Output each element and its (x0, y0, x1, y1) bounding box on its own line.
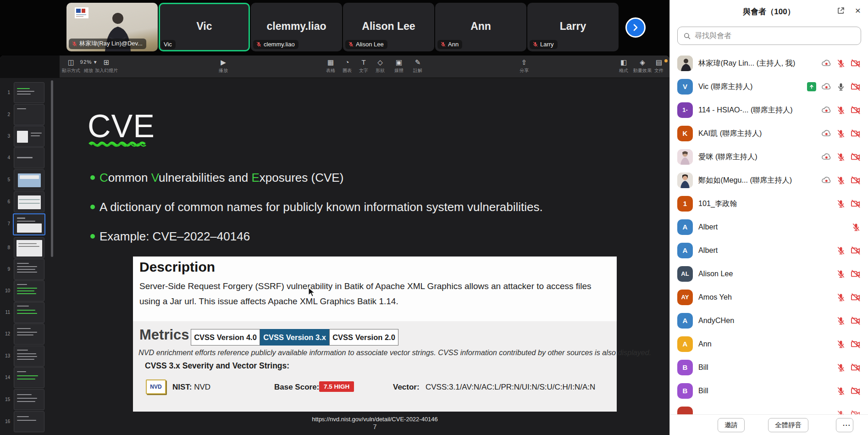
participant-row-bill-1[interactable]: B Bill (670, 356, 868, 379)
video-tile-larry[interactable]: Larry Larry (527, 3, 619, 51)
slide-thumbnail-3[interactable]: 3 (0, 126, 48, 149)
close-icon[interactable]: × (855, 5, 861, 16)
participant-search[interactable] (677, 27, 861, 45)
camera-off-icon (851, 106, 861, 115)
insert-shape-button[interactable]: ◇ 形狀 (376, 58, 385, 74)
format-button[interactable]: ◧ 格式 (619, 58, 628, 74)
slide-thumbnail-9[interactable]: 9 (0, 259, 48, 282)
insert-media-button[interactable]: ▣ 媒體 (394, 58, 404, 74)
participant-row-bill-2[interactable]: B Bill (670, 379, 868, 402)
notification-dot (664, 59, 668, 62)
camera-off-icon (851, 199, 861, 208)
mic-off-icon (836, 363, 846, 372)
shape-icon: ◇ (376, 58, 385, 66)
participant-name: Alison Lee (698, 269, 733, 278)
participant-row-megu[interactable]: 鄭如如(Megu... (聯席主持人) (670, 168, 868, 192)
add-slide-button[interactable]: ⊞ 加入幻燈片 (95, 58, 118, 74)
slide-thumbnail-2[interactable]: 2 (0, 104, 48, 127)
mic-off-icon (348, 41, 354, 47)
chart-icon: ◔ (343, 58, 352, 66)
camera-off-icon (851, 129, 861, 138)
participant-name: 鄭如如(Megu... (698, 176, 748, 184)
participant-row-ray[interactable]: 林家瑋(Ray Lin... (主持人, 我) (670, 51, 868, 75)
search-input[interactable] (695, 32, 855, 40)
participant-role: (聯席主持人) (720, 129, 762, 137)
participant-name: KAI凱 (698, 129, 718, 137)
participant-row-albert-2[interactable]: A Albert (670, 239, 868, 262)
video-tile-ann[interactable]: Ann Ann (435, 3, 526, 51)
slide-thumbnail-12[interactable]: 12 (0, 323, 48, 346)
avatar (677, 149, 693, 165)
insert-comment-button[interactable]: ✎ 註解 (413, 58, 422, 74)
slide-thumbnail-8[interactable]: 8 (0, 237, 48, 260)
insert-table-button[interactable]: ▦ 表格 (326, 58, 335, 74)
avatar: AL (677, 266, 693, 282)
mic-off-icon (256, 41, 262, 47)
slide-thumbnail-7-selected[interactable]: 7 (0, 213, 48, 236)
slide-thumbnail-14[interactable]: 14 (0, 367, 48, 390)
nvd-description-text: Server-Side Request Forgery (SSRF) vulne… (139, 279, 607, 309)
text-icon: T (359, 58, 368, 66)
pop-out-icon[interactable] (837, 6, 846, 16)
slide-thumbnail-4[interactable]: 4 (0, 147, 48, 170)
insert-text-button[interactable]: T 文字 (359, 58, 368, 74)
avatar: A (677, 336, 693, 352)
avatar: 1- (677, 102, 693, 118)
participant-row-alison[interactable]: AL Alison Lee (670, 262, 868, 285)
video-tile-name-label: Ann (437, 40, 462, 49)
insert-chart-button[interactable]: ◔ 圖表 (343, 58, 352, 74)
participant-row-kai[interactable]: K KAI凱 (聯席主持人) (670, 122, 868, 145)
mute-all-button[interactable]: 全體靜音 (768, 418, 808, 432)
camera-off-icon (851, 293, 861, 302)
thumbnail-scrollbar[interactable] (51, 80, 53, 257)
slide-thumbnail-6[interactable]: 6 (0, 191, 48, 214)
share-icon: ⇧ (520, 58, 529, 66)
recording-icon (821, 152, 831, 162)
slide-thumbnail-1[interactable]: 1 (0, 82, 48, 105)
video-tile-clemmy[interactable]: clemmy.liao clemmy.liao (251, 3, 342, 51)
document-button[interactable]: ▤ 文件 (654, 58, 663, 74)
participant-name: Amos Yeh (698, 293, 732, 301)
slide-title: CVE (88, 108, 155, 145)
nvd-vector-label: Vector: (393, 383, 420, 392)
video-tile-ray[interactable]: 林家瑋(Ray Lin)@Dev... (66, 3, 158, 51)
mic-off-icon (440, 41, 446, 47)
zoom-control[interactable]: 92% ▾ 縮放 (80, 58, 97, 74)
avatar: 1 (677, 196, 693, 212)
participant-row-114[interactable]: 1- 114 - HSIAO-... (聯席主持人) (670, 98, 868, 122)
animate-button[interactable]: ◈ 動畫效果 (633, 58, 652, 74)
participant-row-amos[interactable]: AY Amos Yeh (670, 285, 868, 309)
mic-off-icon (72, 41, 77, 47)
next-participants-button[interactable] (625, 17, 646, 38)
avatar: V (677, 79, 693, 95)
participant-row-ann[interactable]: A Ann (670, 332, 868, 356)
participant-row-amy[interactable]: 愛咪 (聯席主持人) (670, 145, 868, 168)
mic-off-icon (836, 340, 846, 349)
slide-thumbnail-15[interactable]: 15 (0, 389, 48, 412)
video-tile-vic[interactable]: Vic Vic (159, 3, 250, 51)
play-button[interactable]: ▶ 播放 (219, 58, 228, 74)
share-button[interactable]: ⇧ 分享 (520, 58, 529, 74)
slide-thumbnail-16[interactable]: 16 (0, 411, 48, 434)
slide-thumbnail-13[interactable]: 13 (0, 346, 48, 368)
video-tile-name: Vic (164, 41, 172, 48)
participant-row-101[interactable]: 1 101_李政翰 (670, 192, 868, 215)
more-options-button[interactable]: ··· (836, 418, 853, 432)
avatar: A (677, 243, 693, 258)
slide-thumbnail-5[interactable]: 5 (0, 169, 48, 192)
avatar: K (677, 126, 693, 141)
camera-off-icon (851, 340, 861, 349)
video-tile-alison[interactable]: Alison Lee Alison Lee (343, 3, 434, 51)
slide-thumbnail-10[interactable]: 10 (0, 280, 48, 303)
camera-off-icon (851, 316, 861, 325)
participant-name: Ann (698, 340, 712, 348)
invite-button[interactable]: 邀請 (718, 418, 745, 432)
participant-row-andy[interactable]: A AndyCHen (670, 309, 868, 332)
slide-thumbnail-11[interactable]: 11 (0, 302, 48, 325)
participant-row-albert-1[interactable]: A Albert (670, 215, 868, 239)
tab-cvss-4: CVSS Version 4.0 (191, 329, 260, 346)
mic-off-icon (836, 246, 846, 255)
play-icon: ▶ (219, 58, 228, 66)
view-mode-button[interactable]: ◫ 顯示方式 (62, 58, 80, 74)
participant-row-vic[interactable]: V Vic (聯席主持人) (670, 75, 868, 98)
